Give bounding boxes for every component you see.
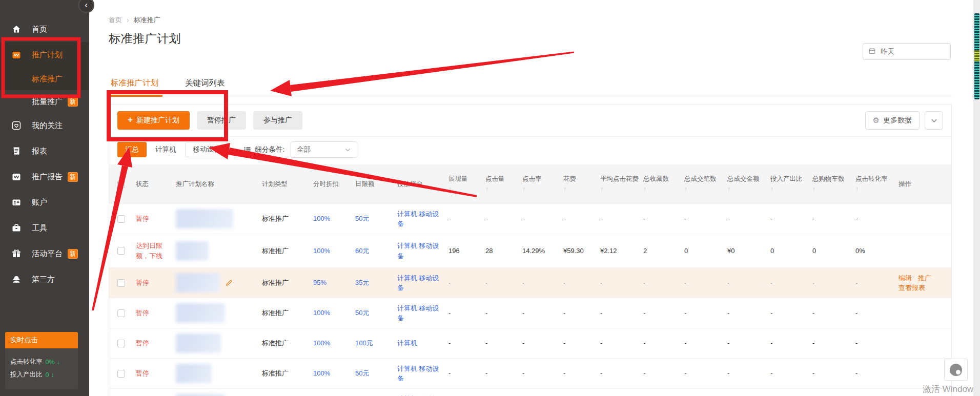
row-checkbox[interactable] [117, 215, 125, 223]
new-campaign-label: 新建推广计划 [136, 116, 179, 125]
sidebar-item-标准推广[interactable]: 标准推广 [0, 68, 89, 90]
page-title: 标准推广计划 [109, 31, 181, 47]
discount-cell[interactable]: 65% [313, 389, 355, 396]
sidebar-item-我的关注[interactable]: 我的关注 [0, 113, 89, 138]
segment-移动设备[interactable]: 移动设备 [185, 142, 229, 157]
sort-arrow-icon[interactable]: ↑ [855, 185, 894, 194]
status-cell: 暂停 [136, 359, 176, 388]
customer-service-float-button[interactable] [944, 359, 968, 381]
discount-cell[interactable]: 100% [313, 204, 355, 234]
tab-关键词列表[interactable]: 关键词列表 [183, 78, 227, 96]
new-campaign-button[interactable]: + 新建推广计划 [117, 111, 190, 130]
page-scrollbar-thumb[interactable] [974, 13, 979, 99]
sidebar-item-label: 推广计划 [32, 50, 63, 60]
sort-arrow-icon[interactable]: ↑ [643, 185, 680, 194]
discount-cell[interactable]: 100% [313, 359, 355, 388]
sidebar-item-推广报告[interactable]: 推广报告新 [0, 164, 89, 190]
column-header-投入产出比[interactable]: 投入产出比↑ [770, 164, 812, 203]
sidebar-item-首页[interactable]: 首页 [0, 16, 89, 42]
row-checkbox[interactable] [117, 370, 125, 378]
sort-arrow-icon[interactable]: ↑ [563, 185, 596, 194]
column-header-点击率[interactable]: 点击率↑ [522, 164, 563, 203]
row-checkbox[interactable] [117, 340, 125, 347]
breadcrumb-item[interactable]: 标准推广 [134, 15, 160, 25]
column-label: 平均点击花费 [600, 175, 639, 183]
select-all-checkbox[interactable] [117, 180, 125, 188]
row-checkbox[interactable] [117, 309, 125, 317]
sort-arrow-icon[interactable]: ↑ [684, 185, 723, 194]
daily-limit-cell[interactable]: 35元 [355, 268, 397, 298]
sidebar-item-推广计划[interactable]: 推广计划 [0, 42, 89, 68]
segment-汇总[interactable]: 汇总 [117, 142, 147, 157]
column-header-点击量[interactable]: 点击量↑ [485, 164, 522, 203]
more-data-button[interactable]: ⚙ 更多数据 [865, 111, 920, 130]
column-header-总成交金额[interactable]: 总成交金额↑ [727, 164, 770, 203]
discount-cell[interactable]: 100% [313, 234, 355, 267]
sort-arrow-icon[interactable]: ↑ [600, 185, 639, 194]
sort-arrow-icon[interactable]: ↑ [522, 185, 559, 194]
column-header-花费[interactable]: 花费↑ [563, 164, 600, 203]
column-label: 点击转化率 [855, 175, 894, 183]
discount-cell[interactable]: 100% [313, 298, 355, 328]
date-range-picker[interactable]: 昨天 [863, 43, 951, 60]
action-link-编辑[interactable]: 编辑 [899, 273, 912, 283]
campaign-icon [11, 50, 22, 60]
sort-arrow-icon[interactable]: ↑ [448, 185, 481, 194]
sidebar-item-账户[interactable]: 账户 [0, 190, 89, 215]
metric-cell: - [522, 359, 563, 388]
platform-cell[interactable]: 计算机 移动设备 [397, 234, 448, 267]
discount-cell[interactable]: 95% [313, 268, 355, 298]
sort-arrow-icon[interactable]: ↑ [485, 185, 518, 194]
campaign-name-cell [176, 204, 262, 234]
action-link-查看报表[interactable]: 查看报表 [899, 283, 925, 293]
actions-cell [899, 328, 944, 358]
column-header-总成交笔数[interactable]: 总成交笔数↑ [684, 164, 727, 203]
daily-limit-cell[interactable]: 50元 [355, 359, 397, 388]
platform-cell[interactable]: 计算机 移动设备 [397, 204, 448, 234]
sidebar-item-报表[interactable]: 报表 [0, 138, 89, 164]
platform-cell[interactable]: 计算机 移动设备 [397, 359, 448, 388]
condition-select[interactable]: 全部 [291, 141, 357, 158]
status-cell: 暂停 [136, 328, 176, 358]
metric-cell: - [855, 298, 899, 328]
sort-arrow-icon[interactable]: ↑ [812, 185, 851, 194]
metric-cell: - [812, 328, 855, 358]
daily-limit-cell[interactable]: 60元 [355, 234, 397, 267]
platform-cell[interactable]: 计算机 移动设备 [397, 298, 448, 328]
sort-arrow-icon[interactable]: ↑ [727, 185, 766, 194]
column-header-平均点击花费[interactable]: 平均点击花费↑ [600, 164, 643, 203]
column-label: 总成交笔数 [684, 175, 723, 183]
platform-cell[interactable]: 计算机 [397, 328, 448, 358]
column-header-总购物车数[interactable]: 总购物车数↑ [812, 164, 855, 203]
join-campaign-button[interactable]: 参与推广 [253, 111, 302, 130]
breadcrumb-item[interactable]: 首页 [109, 15, 122, 25]
realtime-metric-value: 0 [46, 371, 49, 379]
collapse-panel-button[interactable] [925, 111, 943, 130]
column-header-总收藏数[interactable]: 总收藏数↑ [643, 164, 684, 203]
column-header-点击转化率[interactable]: 点击转化率↑ [855, 164, 899, 203]
tab-标准推广计划[interactable]: 标准推广计划 [109, 78, 160, 96]
sidebar-item-批量推广[interactable]: 批量推广新 [0, 90, 89, 113]
platform-cell[interactable]: 计算机 移动设备 [397, 389, 448, 396]
action-link-推广[interactable]: 推广 [918, 273, 931, 283]
sidebar-item-工具[interactable]: 工具 [0, 215, 89, 241]
column-label: 总成交金额 [727, 175, 766, 183]
discount-cell[interactable]: 100% [313, 328, 355, 358]
edit-pencil-icon[interactable] [225, 279, 233, 287]
row-checkbox[interactable] [117, 279, 125, 287]
platform-cell[interactable]: 计算机 移动设备 [397, 268, 448, 298]
row-checkbox[interactable] [117, 247, 125, 255]
column-header-展现量[interactable]: 展现量↑ [448, 164, 485, 203]
pause-campaign-button[interactable]: 暂停推广 [197, 111, 246, 130]
metric-cell: ¥2.12 [600, 234, 643, 267]
daily-limit-cell[interactable]: 50元 [355, 389, 397, 396]
sidebar-item-活动平台[interactable]: 活动平台新 [0, 241, 89, 266]
daily-limit-cell[interactable]: 100元 [355, 328, 397, 358]
daily-limit-cell[interactable]: 50元 [355, 204, 397, 234]
segment-计算机[interactable]: 计算机 [148, 142, 184, 157]
daily-limit-cell[interactable]: 50元 [355, 298, 397, 328]
metric-cell: - [485, 328, 522, 358]
sort-arrow-icon[interactable]: ↑ [770, 185, 808, 194]
sidebar-item-第三方[interactable]: 第三方 [0, 266, 89, 292]
metric-cell: - [448, 204, 485, 234]
